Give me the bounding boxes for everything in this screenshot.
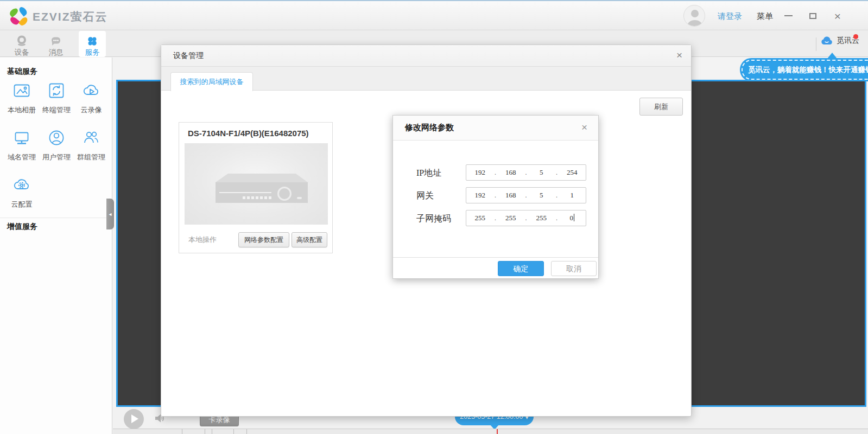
webcam-icon	[15, 35, 28, 48]
octet-4: 0	[559, 214, 586, 222]
user-silhouette-icon	[684, 5, 705, 27]
ip-address-input[interactable]: 192 . 168 . 5 . 254	[466, 164, 586, 181]
octet-3: 5	[528, 168, 555, 177]
monitor-icon	[12, 128, 31, 148]
octet-2: 168	[497, 168, 525, 177]
tab-lan-devices[interactable]: 搜索到的局域网设备	[170, 72, 253, 91]
advanced-config-button[interactable]: 高级配置	[292, 232, 327, 247]
sidebar-grid: 本地相册 终端管理 云录像	[4, 81, 111, 222]
app-window: EZVIZ萤石云 请登录 菜单 × 设备	[0, 0, 868, 434]
tab-messages[interactable]: 消息	[39, 31, 73, 57]
tab-services-label: 服务	[79, 48, 106, 58]
cancel-button[interactable]: 取消	[551, 261, 597, 276]
modal-close-button[interactable]: ×	[581, 122, 587, 133]
device-name: DS-7104N-F1/4P(B)(E16482075)	[188, 129, 309, 138]
subnet-mask-label: 子网掩码	[416, 213, 451, 225]
tab-devices[interactable]: 设备	[4, 31, 39, 57]
promo-speech-bubble[interactable]: 觅讯云，躺着就能赚钱！快来开通赚钱！	[740, 58, 868, 81]
close-icon: ×	[834, 10, 841, 22]
refresh-button[interactable]: 刷新	[639, 98, 683, 116]
sidebar-item-label: 云配置	[4, 200, 39, 209]
collapse-left-icon: ◂	[109, 211, 111, 217]
group-icon	[81, 128, 101, 148]
login-link[interactable]: 请登录	[718, 11, 742, 22]
sidebar-item-local-album[interactable]: 本地相册	[4, 81, 39, 115]
timeline-tick	[182, 429, 182, 434]
modal-title: 修改网络参数	[405, 123, 454, 133]
network-config-button[interactable]: 网络参数配置	[238, 232, 289, 247]
sidebar-item-label: 云录像	[74, 105, 109, 115]
notification-badge	[853, 34, 858, 39]
subnet-mask-row: 子网掩码 255 . 255 . 255 . 0	[393, 210, 598, 226]
cloud-play-icon	[81, 81, 101, 100]
device-card: DS-7104N-F1/4P(B)(E16482075) 本地操作 网络参数配置…	[179, 122, 333, 253]
octet-2: 255	[497, 214, 525, 222]
subnet-mask-input[interactable]: 255 . 255 . 255 . 0	[466, 210, 586, 226]
octet-3: 5	[528, 191, 555, 200]
octet-1: 255	[466, 214, 494, 222]
network-params-modal: 修改网络参数 × IP地址 192 . 168 . 5 . 254 网关 19	[392, 115, 599, 279]
avatar[interactable]	[683, 5, 705, 27]
sidebar-item-domain-mgmt[interactable]: 域名管理	[4, 128, 39, 162]
ip-address-row: IP地址 192 . 168 . 5 . 254	[393, 164, 598, 181]
sidebar-divider	[0, 218, 111, 218]
window-close-button[interactable]: ×	[828, 1, 847, 30]
octet-4: 1	[559, 191, 586, 200]
local-operation-label: 本地操作	[188, 235, 217, 245]
sidebar-item-label: 域名管理	[4, 152, 39, 162]
sidebar-item-label: 终端管理	[39, 105, 74, 115]
octet-1: 192	[466, 191, 494, 200]
promo-text: 觅讯云，躺着就能赚钱！快来开通赚钱！	[742, 60, 868, 80]
cloud-gear-icon	[12, 175, 31, 195]
timeline-playhead[interactable]	[497, 429, 498, 434]
user-icon	[47, 128, 66, 148]
photo-album-icon	[12, 81, 31, 100]
sidebar-item-terminal-mgmt[interactable]: 终端管理	[39, 81, 74, 115]
octet-3: 255	[528, 214, 555, 222]
window-minimize-button[interactable]	[779, 1, 797, 30]
section-value-added-services: 增值服务	[7, 222, 37, 232]
text-cursor	[574, 214, 574, 221]
services-clover-icon	[86, 35, 99, 48]
terminal-sync-icon	[47, 81, 66, 100]
chat-bubble-icon	[49, 35, 62, 48]
gateway-input[interactable]: 192 . 168 . 5 . 1	[466, 187, 586, 203]
sidebar-item-group-mgmt[interactable]: 群组管理	[74, 128, 109, 162]
device-management-dialog: 设备管理 × 搜索到的局域网设备 刷新 DS-7104N-F1/4P(B)(E1…	[161, 44, 692, 417]
device-card-footer: 本地操作 网络参数配置 高级配置	[179, 231, 332, 249]
minimize-icon	[784, 15, 793, 16]
tab-devices-label: 设备	[4, 48, 39, 58]
sidebar-item-user-mgmt[interactable]: 用户管理	[39, 128, 74, 162]
ok-button[interactable]: 确定	[498, 261, 544, 276]
ip-address-label: IP地址	[416, 168, 441, 179]
window-maximize-button[interactable]	[803, 1, 822, 30]
sidebar-item-cloud-config[interactable]: 云配置	[4, 175, 39, 209]
sidebar-item-label: 用户管理	[39, 152, 74, 162]
device-image	[185, 143, 328, 225]
timeline-ruler[interactable]	[113, 429, 868, 434]
ezviz-logo-icon	[9, 7, 29, 27]
timeline-tick	[233, 429, 234, 434]
menu-button[interactable]: 菜单	[757, 11, 773, 22]
sidebar-collapse-handle[interactable]: ◂	[106, 199, 114, 229]
sidebar-item-label: 群组管理	[74, 152, 109, 162]
octet-4: 254	[559, 168, 586, 177]
gateway-label: 网关	[416, 190, 434, 202]
dialog-tab-strip: 搜索到的局域网设备	[161, 67, 691, 91]
toolbar-divider	[816, 37, 816, 51]
sidebar: 基础服务 本地相册 终端管理	[0, 58, 112, 434]
play-button[interactable]	[124, 409, 144, 429]
timeline-tick	[212, 429, 212, 434]
dialog-close-button[interactable]: ×	[676, 49, 682, 61]
modal-header: 修改网络参数 ×	[393, 116, 598, 141]
app-logo-text: EZVIZ萤石云	[33, 9, 108, 24]
tab-messages-label: 消息	[39, 48, 73, 58]
octet-1: 192	[466, 168, 494, 177]
modal-footer: 确定 取消	[393, 257, 598, 278]
section-basic-services: 基础服务	[7, 67, 37, 76]
sidebar-item-label: 本地相册	[4, 105, 39, 115]
tab-services[interactable]: 服务	[79, 31, 106, 57]
sidebar-item-cloud-recording[interactable]: 云录像	[74, 81, 109, 115]
maximize-icon	[809, 13, 816, 19]
timeline-tick	[205, 429, 205, 434]
